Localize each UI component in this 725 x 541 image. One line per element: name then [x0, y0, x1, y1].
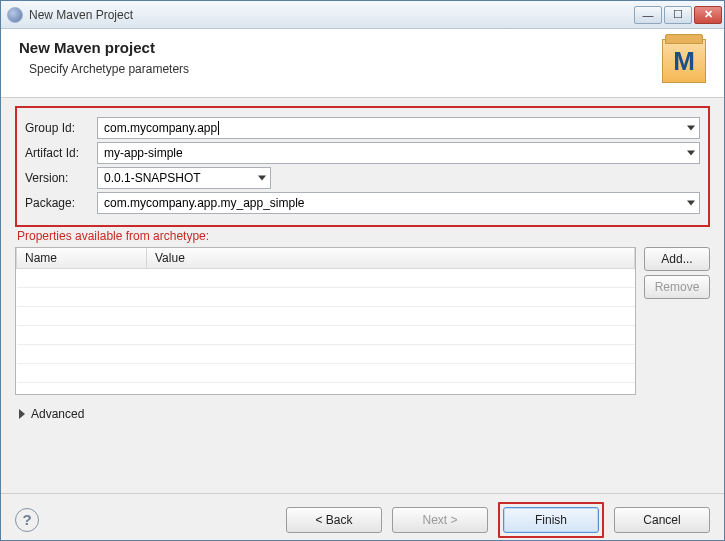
archetype-properties-label: Properties available from archetype:: [17, 229, 710, 243]
advanced-label: Advanced: [31, 407, 84, 421]
column-header-name[interactable]: Name: [17, 248, 147, 269]
table-row[interactable]: [17, 345, 635, 364]
app-icon: [7, 7, 23, 23]
advanced-toggle[interactable]: Advanced: [19, 407, 710, 421]
wizard-content: Group Id: com.mycompany.app Artifact Id:…: [1, 98, 724, 493]
wizard-footer: ? < Back Next > Finish Cancel: [1, 493, 724, 541]
table-row[interactable]: [17, 269, 635, 288]
group-id-field[interactable]: com.mycompany.app: [97, 117, 700, 139]
row-version: Version: 0.0.1-SNAPSHOT: [25, 167, 700, 189]
maven-icon-letter: M: [673, 46, 695, 77]
window-title: New Maven Project: [29, 8, 632, 22]
column-header-value[interactable]: Value: [147, 248, 635, 269]
label-package: Package:: [25, 196, 97, 210]
banner-subheading: Specify Archetype parameters: [29, 62, 189, 76]
window-titlebar: New Maven Project — ☐ ✕: [1, 1, 724, 29]
next-button[interactable]: Next >: [392, 507, 488, 533]
text-cursor: [218, 121, 219, 135]
table-row[interactable]: [17, 364, 635, 383]
label-group-id: Group Id:: [25, 121, 97, 135]
label-artifact-id: Artifact Id:: [25, 146, 97, 160]
version-field[interactable]: 0.0.1-SNAPSHOT: [97, 167, 271, 189]
window-controls: — ☐ ✕: [632, 6, 722, 24]
back-button[interactable]: < Back: [286, 507, 382, 533]
cancel-button[interactable]: Cancel: [614, 507, 710, 533]
properties-table[interactable]: Name Value: [15, 247, 636, 395]
chevron-down-icon[interactable]: [258, 176, 266, 181]
add-button[interactable]: Add...: [644, 247, 710, 271]
package-field[interactable]: com.mycompany.app.my_app_simple: [97, 192, 700, 214]
chevron-down-icon[interactable]: [687, 201, 695, 206]
minimize-button[interactable]: —: [634, 6, 662, 24]
close-button[interactable]: ✕: [694, 6, 722, 24]
artifact-id-field[interactable]: my-app-simple: [97, 142, 700, 164]
form-highlight-box: Group Id: com.mycompany.app Artifact Id:…: [15, 106, 710, 227]
maximize-button[interactable]: ☐: [664, 6, 692, 24]
finish-highlight-box: Finish: [498, 502, 604, 538]
chevron-down-icon[interactable]: [687, 126, 695, 131]
version-value: 0.0.1-SNAPSHOT: [104, 171, 201, 185]
table-row[interactable]: [17, 307, 635, 326]
help-icon[interactable]: ?: [15, 508, 39, 532]
finish-button[interactable]: Finish: [503, 507, 599, 533]
properties-side-buttons: Add... Remove: [644, 247, 710, 395]
label-version: Version:: [25, 171, 97, 185]
row-package: Package: com.mycompany.app.my_app_simple: [25, 192, 700, 214]
row-artifact-id: Artifact Id: my-app-simple: [25, 142, 700, 164]
group-id-value: com.mycompany.app: [104, 121, 217, 135]
remove-button[interactable]: Remove: [644, 275, 710, 299]
chevron-down-icon[interactable]: [687, 151, 695, 156]
table-row[interactable]: [17, 326, 635, 345]
table-row[interactable]: [17, 288, 635, 307]
wizard-banner: New Maven project Specify Archetype para…: [1, 29, 724, 98]
banner-heading: New Maven project: [19, 39, 189, 56]
triangle-right-icon: [19, 409, 25, 419]
artifact-id-value: my-app-simple: [104, 146, 183, 160]
package-value: com.mycompany.app.my_app_simple: [104, 196, 305, 210]
row-group-id: Group Id: com.mycompany.app: [25, 117, 700, 139]
maven-icon: M: [662, 39, 706, 83]
properties-area: Name Value Add... Remove: [15, 247, 710, 395]
